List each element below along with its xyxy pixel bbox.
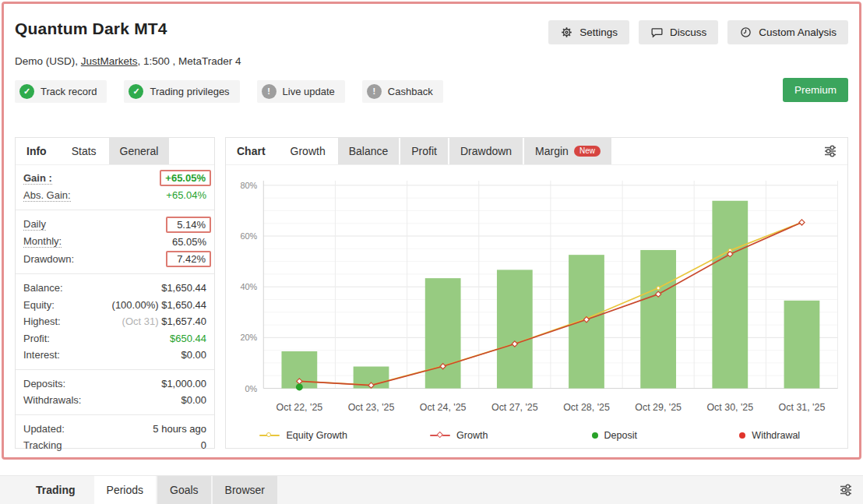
broker-link[interactable]: JustMarkets [81, 55, 138, 67]
tab-balance[interactable]: Balance [338, 138, 400, 164]
stat-value-number: 0 [201, 439, 206, 451]
header-actions: SettingsDiscussCustom Analysis [548, 20, 848, 44]
chart-options-button[interactable] [829, 476, 863, 504]
custom-analysis-label: Custom Analysis [759, 26, 837, 38]
x-axis-labels: Oct 22, '25Oct 23, '25Oct 24, '25Oct 27,… [277, 402, 826, 413]
stat-value: +65.05% [160, 169, 206, 187]
stat-label: Equity: [23, 299, 55, 311]
discuss-label: Discuss [670, 26, 706, 38]
stat-value-prefix: (Oct 31) [122, 315, 162, 327]
section-label-trading: Trading [23, 476, 88, 504]
stat-label[interactable]: Monthly: [23, 235, 62, 248]
badge-track-record[interactable]: ✓Track record [15, 80, 107, 103]
chart-tabs: ChartGrowthBalanceProfitDrawdownMarginNe… [226, 138, 847, 165]
tab-stats[interactable]: Stats [61, 138, 107, 164]
custom-analysis-button[interactable]: Custom Analysis [727, 20, 848, 44]
stat-row: Highest:(Oct 31) $1,657.40 [23, 313, 206, 330]
tab-goals[interactable]: Goals [157, 476, 211, 504]
stat-row: Profit:$650.44 [23, 330, 206, 347]
stats-divider [16, 210, 214, 210]
tab-margin[interactable]: MarginNew [524, 138, 611, 164]
svg-text:20%: 20% [240, 333, 257, 342]
tab-browser[interactable]: Browser [213, 476, 277, 504]
legend-withdrawal[interactable]: Withdrawal [692, 430, 848, 441]
stats-list: Gain :+65.05%Abs. Gain:+65.04%Daily5.14%… [16, 165, 214, 454]
stat-value-number: $0.00 [181, 349, 206, 361]
stat-row: Drawdown:7.42% [23, 250, 206, 268]
stat-value-number: $1,657.40 [161, 315, 206, 327]
stat-row: Gain :+65.05% [23, 169, 206, 187]
legend-growth[interactable]: Growth [382, 430, 537, 441]
stat-value-number: $650.44 [170, 333, 206, 344]
tab-periods[interactable]: Periods [94, 476, 156, 504]
tab-general[interactable]: General [109, 138, 170, 164]
stat-value: $0.00 [181, 349, 206, 361]
sliders-icon [822, 143, 838, 159]
tab-text: Info [26, 145, 47, 157]
stat-value-number: +65.04% [166, 189, 206, 201]
svg-text:Oct 29, '25: Oct 29, '25 [635, 402, 682, 413]
premium-button[interactable]: Premium [783, 78, 848, 102]
badge-label: Track record [41, 86, 97, 97]
stat-value: $650.44 [170, 333, 206, 344]
svg-text:80%: 80% [240, 181, 257, 190]
stat-row: Monthly:65.05% [23, 234, 206, 251]
badge-live-update[interactable]: !Live update [257, 80, 345, 103]
bottom-tab-bar: TradingPeriodsGoalsBrowser [0, 475, 863, 504]
info-card: InfoStatsGeneral Gain :+65.05%Abs. Gain:… [15, 137, 215, 449]
stat-value: 0 [201, 439, 206, 451]
stat-value-number: $1,650.44 [161, 282, 206, 294]
bar [497, 270, 533, 388]
stat-value: 65.05% [172, 236, 206, 248]
stat-value: 5 hours ago [153, 423, 206, 435]
badge-trading-privileges[interactable]: ✓Trading privileges [124, 80, 239, 103]
stat-row: Interest:$0.00 [23, 347, 206, 364]
tab-text: Margin [535, 145, 569, 157]
badge-row: ✓Track record✓Trading privileges!Live up… [15, 80, 848, 103]
stat-value-number: 5 hours ago [153, 423, 206, 435]
stat-value-number: $0.00 [181, 394, 206, 406]
stat-value-number: 7.42% [166, 251, 211, 267]
tab-text: Periods [107, 484, 143, 496]
tab-text: Profit [411, 145, 437, 157]
badge-cashback[interactable]: !Cashback [362, 80, 443, 103]
legend-label: Withdrawal [752, 430, 800, 441]
discuss-button[interactable]: Discuss [639, 20, 718, 44]
tab-text: Balance [349, 145, 389, 157]
stat-value: $0.00 [181, 394, 206, 406]
tab-drawdown[interactable]: Drawdown [449, 138, 523, 164]
legend-label: Growth [456, 430, 488, 441]
section-label-chart: Chart [226, 138, 277, 164]
chart-options-button[interactable] [813, 138, 847, 164]
stat-label[interactable]: Daily [23, 218, 46, 231]
badge-label: Trading privileges [150, 86, 229, 97]
legend-equity-growth[interactable]: Equity Growth [226, 430, 382, 441]
stat-label[interactable]: Abs. Gain: [23, 189, 71, 202]
growth-chart[interactable]: 0%20%40%60%80%Oct 22, '25Oct 23, '25Oct … [226, 167, 847, 422]
legend-deposit[interactable]: Deposit [537, 430, 692, 441]
subtitle-prefix: Demo (USD), [15, 55, 81, 67]
stat-value: (Oct 31) $1,657.40 [122, 315, 206, 327]
stats-divider [16, 369, 214, 370]
stat-label[interactable]: Gain : [23, 172, 52, 185]
stats-divider [16, 414, 214, 415]
stat-value: $1,650.44 [161, 282, 206, 294]
account-subtitle: Demo (USD), JustMarkets, 1:500 , MetaTra… [15, 55, 848, 67]
svg-text:Oct 24, '25: Oct 24, '25 [420, 402, 467, 413]
account-widget-panel: Quantum Dark MT4 SettingsDiscussCustom A… [2, 2, 861, 460]
chart-grid [263, 181, 837, 389]
stat-label: Interest: [23, 349, 60, 361]
stat-label: Highest: [23, 315, 61, 327]
svg-text:0%: 0% [245, 383, 258, 393]
tab-text: Goals [170, 484, 199, 496]
check-circle-icon: ✓ [129, 84, 143, 99]
tabs-spacer [613, 138, 813, 164]
stat-value: 5.14% [166, 216, 206, 234]
stat-value: +65.04% [166, 189, 206, 201]
tab-growth[interactable]: Growth [280, 138, 336, 164]
stat-label: Balance: [23, 282, 63, 294]
settings-button[interactable]: Settings [548, 20, 629, 44]
stat-value-number: $1,650.44 [161, 299, 206, 311]
stat-value: 7.42% [166, 250, 206, 268]
tab-profit[interactable]: Profit [400, 138, 448, 164]
